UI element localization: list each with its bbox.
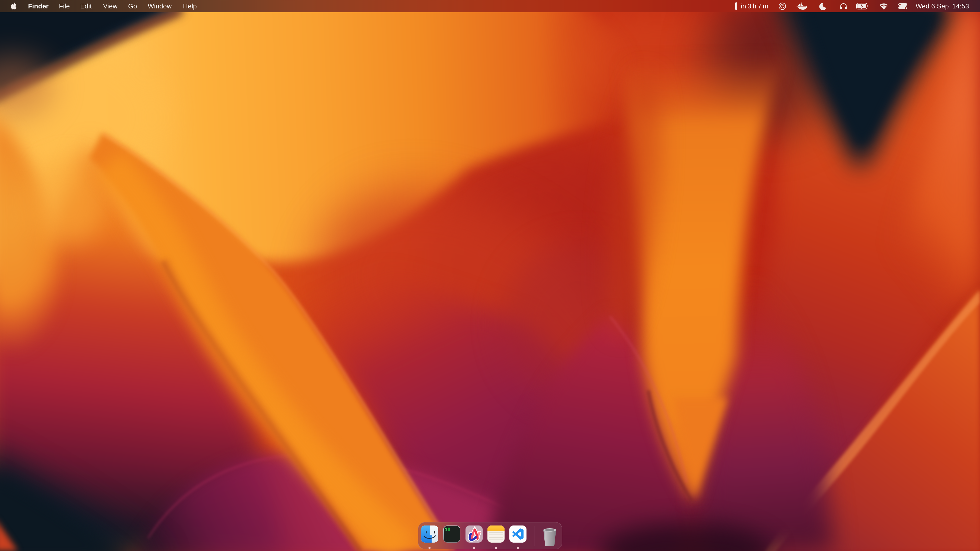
svg-text:$: $	[445, 527, 447, 532]
